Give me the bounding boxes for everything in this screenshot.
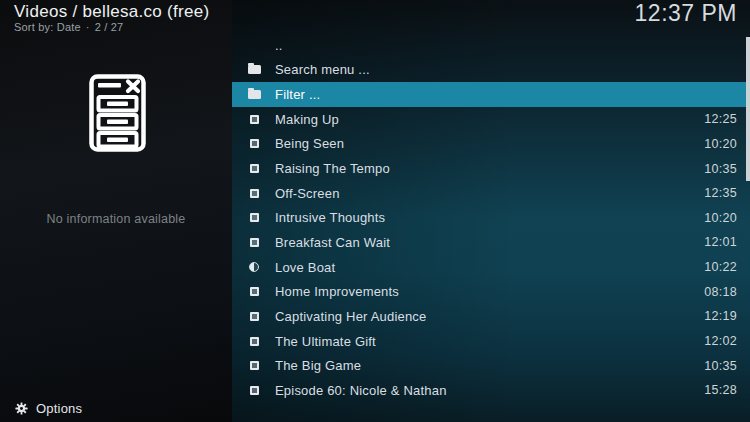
item-duration: 10:20 [704,211,737,225]
list-item[interactable]: .. [232,33,750,58]
item-duration: 10:20 [704,137,737,151]
item-label: Episode 60: Nicole & Nathan [275,383,704,398]
item-duration: 10:22 [704,260,737,274]
list-item[interactable]: The Ultimate Gift 12:02 [232,329,750,354]
item-duration: 12:25 [704,112,737,126]
list-item[interactable]: Search menu ... [232,58,750,83]
file-icon [244,386,264,395]
list-item[interactable]: Love Boat 10:22 [232,255,750,280]
item-label: The Ultimate Gift [275,334,704,349]
no-info-message: No information available [0,212,232,226]
item-label: Being Seen [275,136,704,151]
sort-separator: · [86,21,90,33]
item-label: Intrusive Thoughts [275,210,704,225]
item-label: Home Improvements [275,284,704,299]
item-duration: 12:01 [704,235,737,249]
file-icon [244,213,264,222]
item-duration: 15:28 [704,383,737,397]
scrollbar-thumb[interactable] [746,37,750,181]
file-icon [244,312,264,321]
item-duration: 08:18 [704,285,737,299]
list-item[interactable]: Making Up 12:25 [232,107,750,132]
item-duration: 10:35 [704,359,737,373]
sort-info: Sort by: Date·2 / 27 [14,21,123,33]
item-duration: 12:35 [704,186,737,200]
file-icon [244,238,264,247]
folder-icon [244,65,264,74]
item-label: Raising The Tempo [275,161,704,176]
partially-watched-icon [244,262,264,272]
kodi-video-list-screen: No information available Videos / belles… [0,0,750,422]
file-icon [244,189,264,198]
item-label: Breakfast Can Wait [275,235,704,250]
list-item[interactable]: Home Improvements 08:18 [232,279,750,304]
file-icon [244,164,264,173]
sort-label: Sort by: Date [14,21,81,33]
item-duration: 12:19 [704,309,737,323]
item-label: Search menu ... [275,62,737,77]
item-position: 2 / 27 [95,21,124,33]
options-label: Options [36,401,82,416]
info-panel: No information available [0,0,232,422]
video-list: .. Search menu ... Filter ... Making Up … [232,33,750,422]
list-item[interactable]: Off-Screen 12:35 [232,181,750,206]
list-item[interactable]: Being Seen 10:20 [232,132,750,157]
list-item[interactable]: Captivating Her Audience 12:19 [232,304,750,329]
item-label: Love Boat [275,260,704,275]
folder-icon [244,90,264,99]
file-icon [244,361,264,370]
list-item[interactable]: Breakfast Can Wait 12:01 [232,230,750,255]
gear-icon [15,402,28,415]
item-label: .. [275,38,737,53]
options-button[interactable]: Options [15,400,82,416]
list-item[interactable]: The Big Game 10:35 [232,353,750,378]
header: Videos / bellesa.co (free) Sort by: Date… [0,0,750,33]
item-duration: 12:02 [704,334,737,348]
no-info-icon [89,74,146,152]
list-item[interactable]: Intrusive Thoughts 10:20 [232,205,750,230]
item-label: Filter ... [275,87,737,102]
list-item[interactable]: Filter ... [232,82,750,107]
item-label: Making Up [275,112,704,127]
list-item[interactable]: Episode 60: Nicole & Nathan 15:28 [232,378,750,403]
file-icon [244,115,264,124]
file-icon [244,287,264,296]
item-label: Off-Screen [275,186,704,201]
list-item[interactable]: Raising The Tempo 10:35 [232,156,750,181]
clock: 12:37 PM [635,0,737,27]
page-title: Videos / bellesa.co (free) [14,2,210,22]
file-icon [244,139,264,148]
file-icon [244,337,264,346]
item-duration: 10:35 [704,162,737,176]
item-label: Captivating Her Audience [275,309,704,324]
item-label: The Big Game [275,358,704,373]
